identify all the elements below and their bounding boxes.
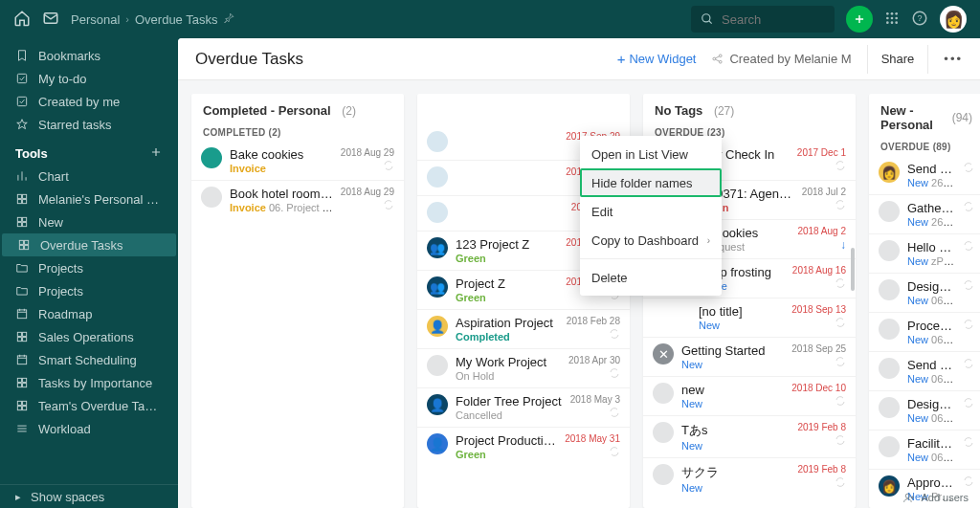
created-by[interactable]: Created by Melanie M: [711, 52, 851, 66]
assignee-avatar[interactable]: [201, 187, 222, 208]
task-item[interactable]: newNew 2018 Dec 10: [643, 376, 856, 415]
sidebar-nav-0[interactable]: Bookmarks: [0, 44, 178, 67]
assignee-avatar[interactable]: 👤: [427, 316, 448, 337]
search-icon: [701, 12, 714, 26]
svg-point-43: [720, 60, 723, 63]
assignee-avatar[interactable]: 👤: [427, 433, 448, 454]
home-icon[interactable]: [13, 10, 31, 30]
add-button[interactable]: [846, 6, 873, 33]
pin-icon[interactable]: [223, 11, 235, 27]
plus-icon[interactable]: [149, 145, 163, 162]
task-date: 2018 Aug 16: [792, 265, 846, 276]
task-title: Send tax info to c: [907, 358, 955, 372]
scrollbar[interactable]: [851, 248, 855, 291]
assignee-avatar[interactable]: [427, 202, 448, 223]
sidebar-tool-10[interactable]: Team's Overdue Tasks: [0, 394, 178, 417]
cm-hide-folder-names[interactable]: Hide folder names: [580, 168, 722, 197]
sidebar-item-label: Team's Overdue Tasks: [38, 399, 163, 413]
assignee-avatar[interactable]: [879, 397, 900, 418]
task-item[interactable]: Design & distribuNew 06. Project Te: [869, 390, 980, 430]
more-menu[interactable]: •••: [944, 52, 963, 66]
assignee-avatar[interactable]: [879, 279, 900, 300]
cm-open-list-view[interactable]: Open in List View: [580, 140, 722, 168]
task-item[interactable]: TあsNew 2019 Feb 8: [643, 415, 856, 457]
breadcrumb-space[interactable]: Personal: [71, 12, 120, 27]
sidebar-nav-3[interactable]: Starred tasks: [0, 113, 178, 136]
search-input[interactable]: [722, 12, 813, 27]
cm-edit[interactable]: Edit: [580, 197, 722, 226]
task-date: 2018 Feb 28: [567, 316, 620, 326]
main-header: Overdue Tasks +New Widget Created by Mel…: [178, 38, 980, 80]
sidebar-tool-6[interactable]: Roadmap: [0, 302, 178, 325]
recur-icon: [963, 201, 974, 214]
assignee-avatar[interactable]: [879, 319, 900, 340]
task-item[interactable]: 👤 Folder Tree ProjectCancelled 2018 May …: [417, 387, 630, 427]
sidebar-tool-7[interactable]: Sales Operations: [0, 325, 178, 348]
chevron-right-icon: ›: [125, 13, 129, 25]
sidebar-tool-9[interactable]: Tasks by Importance: [0, 371, 178, 394]
task-item[interactable]: Book hotel rooms fo...Invoice 06. Projec…: [191, 180, 404, 219]
assignee-avatar[interactable]: 👤: [427, 394, 448, 415]
sidebar-nav-1[interactable]: My to-do: [0, 67, 178, 90]
sidebar-nav-2[interactable]: Created by me: [0, 90, 178, 113]
task-item[interactable]: Bake cookiesInvoice 2018 Aug 29: [191, 142, 404, 180]
svg-rect-32: [17, 356, 26, 364]
task-title: Getting Started: [681, 343, 784, 358]
mail-icon[interactable]: [42, 10, 59, 30]
chevron-right-icon: ▸: [15, 491, 21, 503]
sidebar-tool-2[interactable]: New: [0, 210, 178, 233]
task-item[interactable]: Process client T&New 06. Project Te: [869, 312, 980, 351]
help-icon[interactable]: ?: [911, 10, 928, 30]
assignee-avatar[interactable]: [879, 358, 900, 379]
svg-rect-33: [17, 378, 21, 382]
task-item[interactable]: Design & distribuNew 06. Project Te: [869, 273, 980, 312]
show-spaces[interactable]: ▸ Show spaces: [0, 485, 178, 508]
sidebar-tool-1[interactable]: Melanie's Personal Dashboard: [0, 188, 178, 210]
add-users-button[interactable]: Add users: [902, 492, 969, 504]
cm-copy-dashboard[interactable]: Copy to Dashboard›: [580, 226, 722, 254]
sidebar-tool-8[interactable]: Smart Scheduling: [0, 348, 178, 371]
sidebar-tool-0[interactable]: Chart: [0, 165, 178, 188]
assignee-avatar[interactable]: [879, 201, 900, 222]
assignee-avatar[interactable]: [427, 355, 448, 376]
task-item[interactable]: 👤 Aspiration ProjectCompleted 2018 Feb 2…: [417, 309, 630, 348]
assignee-avatar[interactable]: 👥: [427, 237, 448, 258]
recur-icon: [835, 356, 846, 369]
task-item[interactable]: Gather DetailsNew 265399753: e: [869, 194, 980, 233]
task-date: 2018 May 3: [570, 394, 620, 405]
sidebar-tool-5[interactable]: Projects: [0, 279, 178, 302]
sidebar-tools-header: Tools: [0, 142, 178, 165]
task-item[interactable]: [no title]New 2018 Sep 13: [643, 298, 856, 337]
kanban-columns: Completed - Personal (2) COMPLETED (2) B…: [178, 80, 980, 508]
sidebar-tool-4[interactable]: Projects: [0, 256, 178, 279]
task-item[interactable]: › Hello World 1New zPersonal &: [869, 233, 980, 273]
recur-icon: [963, 162, 974, 175]
svg-rect-36: [23, 384, 27, 387]
cm-delete[interactable]: Delete: [580, 263, 722, 292]
assignee-avatar[interactable]: 👩: [879, 162, 900, 183]
assignee-avatar[interactable]: [427, 166, 448, 188]
apps-icon[interactable]: [884, 11, 900, 29]
assignee-avatar[interactable]: 👥: [427, 276, 448, 298]
breadcrumb-page[interactable]: Overdue Tasks: [135, 12, 217, 27]
new-widget-button[interactable]: +New Widget: [617, 51, 697, 67]
search-box[interactable]: [691, 6, 835, 33]
assignee-avatar[interactable]: [879, 240, 900, 261]
task-item[interactable]: › FacilitationNew 06. Project Te: [869, 430, 980, 469]
task-item[interactable]: ✕ Getting StartedNew 2018 Sep 25: [643, 337, 856, 376]
share-button[interactable]: Share: [867, 45, 929, 74]
assignee-avatar[interactable]: [879, 436, 900, 457]
assignee-avatar[interactable]: [653, 383, 674, 404]
sidebar-tool-11[interactable]: Workload: [0, 417, 178, 440]
assignee-avatar[interactable]: [653, 422, 674, 443]
task-item[interactable]: My Work ProjectOn Hold 2018 Apr 30: [417, 348, 630, 387]
assignee-avatar[interactable]: [653, 464, 674, 485]
task-item[interactable]: 👤 Project ProductivityGreen 2018 May 31: [417, 427, 630, 466]
assignee-avatar[interactable]: ✕: [653, 343, 674, 364]
assignee-avatar[interactable]: [201, 147, 222, 168]
user-avatar[interactable]: 👩: [940, 6, 967, 33]
sidebar-tool-3[interactable]: Overdue Tasks: [2, 233, 176, 256]
task-item[interactable]: Send tax info to cNew 06. Project Te: [869, 351, 980, 390]
assignee-avatar[interactable]: [427, 131, 448, 152]
task-item[interactable]: 👩 Send quoteNew 265399753: e: [869, 156, 980, 194]
